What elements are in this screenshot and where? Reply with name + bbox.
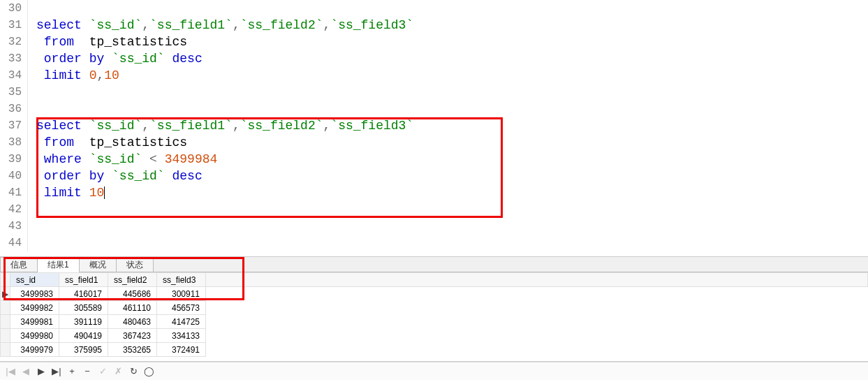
col-header-ss_field2[interactable]: ss_field2 xyxy=(108,273,157,287)
line-number: 33 xyxy=(0,50,28,67)
line-number: 44 xyxy=(0,235,28,251)
code-content[interactable]: limit 0,10 xyxy=(28,67,868,84)
grid-corner xyxy=(1,273,10,287)
cell[interactable]: 391119 xyxy=(59,315,108,329)
line-number: 38 xyxy=(0,134,28,151)
cell[interactable]: 414725 xyxy=(157,315,206,329)
cell[interactable]: 353265 xyxy=(108,343,157,357)
col-header-ss_field3[interactable]: ss_field3 xyxy=(157,273,206,287)
table-row[interactable]: 3499982305589461110456573 xyxy=(1,301,868,315)
nav-play-icon[interactable]: ▶ xyxy=(35,365,47,378)
line-number: 43 xyxy=(0,218,28,235)
result-tabs: 信息 结果1 概况 状态 xyxy=(0,257,868,272)
cell[interactable]: 305589 xyxy=(59,301,108,315)
nav-prev-icon[interactable]: ◀ xyxy=(20,365,32,378)
code-line[interactable]: 42 xyxy=(0,201,868,218)
cell-pad xyxy=(206,343,868,357)
code-line[interactable]: 43 xyxy=(0,218,868,235)
nav-commit-icon[interactable]: ✓ xyxy=(96,365,109,378)
cell[interactable]: 480463 xyxy=(108,315,157,329)
cell[interactable]: 372491 xyxy=(157,343,206,357)
code-content[interactable] xyxy=(28,0,868,17)
nav-first-icon[interactable]: |◀ xyxy=(4,365,17,378)
code-content[interactable] xyxy=(28,84,868,101)
cell[interactable]: 445686 xyxy=(108,287,157,301)
code-line[interactable]: 41 limit 10 xyxy=(0,184,868,201)
code-content[interactable] xyxy=(28,235,868,251)
line-number: 34 xyxy=(0,67,28,84)
code-line[interactable]: 44 xyxy=(0,235,868,251)
cell[interactable]: 3499979 xyxy=(10,343,59,357)
line-number: 37 xyxy=(0,117,28,134)
code-line[interactable]: 31select `ss_id`,`ss_field1`,`ss_field2`… xyxy=(0,17,868,34)
table-row[interactable]: 3499979375995353265372491 xyxy=(1,343,868,357)
cell[interactable]: 3499981 xyxy=(10,315,59,329)
tab-profile[interactable]: 概况 xyxy=(79,257,117,272)
code-line[interactable]: 37select `ss_id`,`ss_field1`,`ss_field2`… xyxy=(0,117,868,134)
result-grid[interactable]: ss_id ss_field1 ss_field2 ss_field3 ▶349… xyxy=(0,272,868,357)
col-header-ss_field1[interactable]: ss_field1 xyxy=(59,273,108,287)
grid-header-row: ss_id ss_field1 ss_field2 ss_field3 xyxy=(1,273,868,287)
col-header-ss_id[interactable]: ss_id xyxy=(10,273,59,287)
sql-editor[interactable]: 3031select `ss_id`,`ss_field1`,`ss_field… xyxy=(0,0,868,257)
code-line[interactable]: 39 where `ss_id` < 3499984 xyxy=(0,151,868,168)
text-cursor xyxy=(104,186,105,199)
line-number: 30 xyxy=(0,0,28,17)
code-line[interactable]: 34 limit 0,10 xyxy=(0,67,868,84)
line-number: 35 xyxy=(0,84,28,101)
result-grid-wrap: ss_id ss_field1 ss_field2 ss_field3 ▶349… xyxy=(0,272,868,362)
cell[interactable]: 490419 xyxy=(59,329,108,343)
table-row[interactable]: ▶3499983416017445686300911 xyxy=(1,287,868,301)
cell[interactable]: 375995 xyxy=(59,343,108,357)
code-line[interactable]: 32 from tp_statistics xyxy=(0,34,868,50)
cell[interactable]: 300911 xyxy=(157,287,206,301)
code-line[interactable]: 40 order by `ss_id` desc xyxy=(0,168,868,184)
code-line[interactable]: 35 xyxy=(0,84,868,101)
code-line[interactable]: 38 from tp_statistics xyxy=(0,134,868,151)
code-content[interactable]: limit 10 xyxy=(28,184,868,201)
line-number: 41 xyxy=(0,184,28,201)
code-content[interactable] xyxy=(28,218,868,235)
code-line[interactable]: 33 order by `ss_id` desc xyxy=(0,50,868,67)
cell[interactable]: 3499980 xyxy=(10,329,59,343)
code-content[interactable]: where `ss_id` < 3499984 xyxy=(28,151,868,168)
line-number: 36 xyxy=(0,101,28,117)
cell[interactable]: 3499983 xyxy=(10,287,59,301)
code-line[interactable]: 36 xyxy=(0,101,868,117)
cell[interactable]: 456573 xyxy=(157,301,206,315)
tab-status[interactable]: 状态 xyxy=(116,257,154,272)
record-nav-toolbar: |◀ ◀ ▶ ▶| + − ✓ ✗ ↻ ◯ xyxy=(0,362,868,380)
cell[interactable]: 416017 xyxy=(59,287,108,301)
line-number: 40 xyxy=(0,168,28,184)
tab-info[interactable]: 信息 xyxy=(0,257,38,272)
code-content[interactable] xyxy=(28,101,868,117)
code-content[interactable] xyxy=(28,201,868,218)
code-content[interactable]: select `ss_id`,`ss_field1`,`ss_field2`,`… xyxy=(28,17,868,34)
line-number: 32 xyxy=(0,34,28,50)
cell[interactable]: 3499982 xyxy=(10,301,59,315)
nav-stop-icon[interactable]: ◯ xyxy=(142,365,155,378)
cell-pad xyxy=(206,329,868,343)
code-content[interactable]: order by `ss_id` desc xyxy=(28,50,868,67)
tab-result1[interactable]: 结果1 xyxy=(37,257,80,272)
nav-delete-icon[interactable]: − xyxy=(81,365,94,378)
code-line[interactable]: 30 xyxy=(0,0,868,17)
row-marker xyxy=(1,329,10,343)
nav-next-icon[interactable]: ▶| xyxy=(50,365,63,378)
row-marker: ▶ xyxy=(1,287,10,301)
code-content[interactable]: from tp_statistics xyxy=(28,134,868,151)
nav-refresh-icon[interactable]: ↻ xyxy=(127,365,140,378)
code-content[interactable]: order by `ss_id` desc xyxy=(28,168,868,184)
code-content[interactable]: from tp_statistics xyxy=(28,34,868,50)
table-row[interactable]: 3499980490419367423334133 xyxy=(1,329,868,343)
cell[interactable]: 461110 xyxy=(108,301,157,315)
cell-pad xyxy=(206,301,868,315)
col-header-pad xyxy=(206,273,868,287)
nav-cancel-icon[interactable]: ✗ xyxy=(112,365,124,378)
code-content[interactable]: select `ss_id`,`ss_field1`,`ss_field2`,`… xyxy=(28,117,868,134)
row-marker xyxy=(1,315,10,329)
table-row[interactable]: 3499981391119480463414725 xyxy=(1,315,868,329)
cell[interactable]: 367423 xyxy=(108,329,157,343)
cell[interactable]: 334133 xyxy=(157,329,206,343)
nav-add-icon[interactable]: + xyxy=(66,365,78,378)
